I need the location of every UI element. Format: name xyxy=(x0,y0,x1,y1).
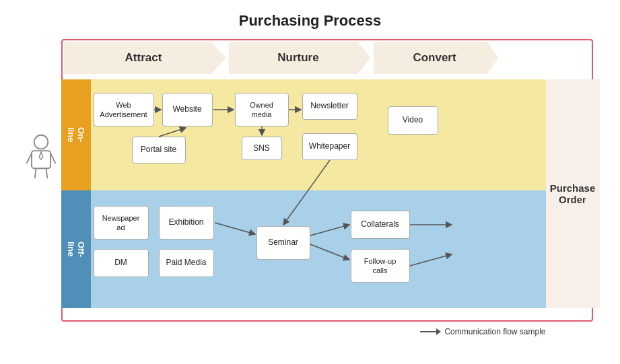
person-icon-area xyxy=(21,133,61,180)
svg-line-3 xyxy=(34,168,36,178)
page: Purchasing Process On-line Off-line Attr… xyxy=(0,0,620,364)
header-attract: Attract xyxy=(61,39,226,77)
box-paid-media: Paid Media xyxy=(159,249,214,277)
svg-line-5 xyxy=(26,153,31,163)
box-owned-media: Owned media xyxy=(235,93,289,126)
box-followup-calls: Follow-up calls xyxy=(351,249,410,283)
svg-point-0 xyxy=(34,135,48,149)
box-newspaper-ad: Newspaper ad xyxy=(94,206,149,240)
page-title: Purchasing Process xyxy=(239,12,382,30)
header-nurture: Nurture xyxy=(226,39,371,77)
box-whitepaper: Whitepaper xyxy=(302,133,357,160)
legend-arrow-icon xyxy=(420,331,440,332)
person-icon xyxy=(24,133,58,180)
box-collaterals: Collaterals xyxy=(351,211,410,239)
legend: Communication flow sample xyxy=(420,327,545,336)
svg-marker-2 xyxy=(39,152,43,159)
box-sns: SNS xyxy=(242,137,282,160)
box-web-ad: Web Advertisement xyxy=(94,93,154,126)
headers-row: Attract Nurture Convert xyxy=(61,39,553,79)
offline-label: Off-line xyxy=(61,190,91,308)
legend-label: Communication flow sample xyxy=(444,327,545,336)
box-dm: DM xyxy=(94,249,149,277)
box-seminar: Seminar xyxy=(256,226,310,260)
box-website: Website xyxy=(162,93,213,126)
purchase-order: Purchase Order xyxy=(546,79,600,308)
box-exhibition: Exhibition xyxy=(159,206,214,240)
header-convert: Convert xyxy=(371,39,499,77)
box-newsletter: Newsletter xyxy=(302,93,357,120)
svg-line-6 xyxy=(50,153,55,163)
box-video: Video xyxy=(388,106,438,135)
box-portal-site: Portal site xyxy=(132,137,186,163)
online-label: On-line xyxy=(61,79,91,190)
svg-line-4 xyxy=(46,168,47,178)
diagram: On-line Off-line Attract Nurture Convert… xyxy=(21,39,600,349)
